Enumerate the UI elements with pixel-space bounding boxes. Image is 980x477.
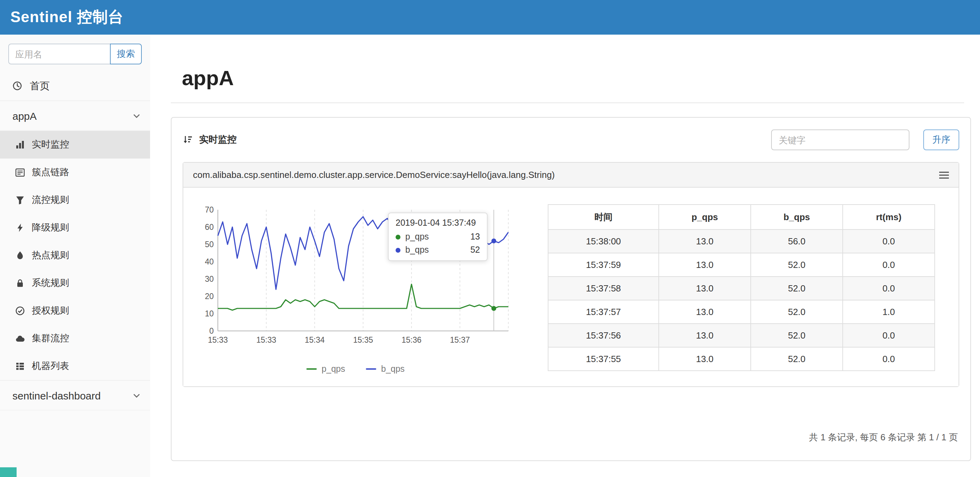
sidebar-item-system-rules[interactable]: 系统规则 <box>0 269 150 297</box>
sidebar-item-machine-list[interactable]: 机器列表 <box>0 353 150 380</box>
list-panel-icon <box>15 168 25 177</box>
sidebar: 搜索 首页 appA 实时监控 <box>0 35 150 477</box>
table-cell: 52.0 <box>751 277 843 300</box>
table-cell: 13.0 <box>659 300 751 324</box>
sidebar-item-label: 机器列表 <box>32 360 69 372</box>
table-cell: 15:37:58 <box>548 277 659 300</box>
svg-text:15:33: 15:33 <box>256 335 276 345</box>
pagination-summary: 共 1 条记录, 每页 6 条记录 第 1 / 1 页 <box>809 431 958 444</box>
legend-label: p_qps <box>321 364 345 374</box>
tooltip-series-value: 52 <box>470 245 480 255</box>
table-row: 15:37:58 13.0 52.0 0.0 <box>548 277 935 300</box>
sidebar-item-flow-rules[interactable]: 流控规则 <box>0 186 150 214</box>
sidebar-group-appA[interactable]: appA <box>0 101 150 131</box>
table-cell: 52.0 <box>751 347 843 371</box>
chevron-down-icon <box>133 113 140 118</box>
chart-legend: p_qps b_qps <box>194 364 517 374</box>
svg-text:15:35: 15:35 <box>353 335 373 345</box>
b-qps-legend-line-icon <box>366 368 376 370</box>
tooltip-series-label: p_qps <box>405 232 429 242</box>
sidebar-item-label: 授权规则 <box>32 305 69 317</box>
table-cell: 0.0 <box>843 253 935 277</box>
svg-text:20: 20 <box>205 292 214 301</box>
sidebar-item-home[interactable]: 首页 <box>0 71 150 101</box>
sidebar-menu: 首页 appA 实时监控 簇点链 <box>0 71 150 410</box>
svg-text:10: 10 <box>205 309 214 318</box>
svg-text:50: 50 <box>205 240 214 249</box>
keyword-input[interactable] <box>771 129 910 150</box>
tooltip-series-label: b_qps <box>405 245 429 255</box>
metrics-table: 时间 p_qps b_qps rt(ms) 15:38:00 13.0 56.0 <box>548 204 935 371</box>
svg-text:40: 40 <box>205 257 214 266</box>
table-cell: 52.0 <box>751 253 843 277</box>
search-button[interactable]: 搜索 <box>110 44 142 64</box>
table-cell: 1.0 <box>843 300 935 324</box>
table-cell: 56.0 <box>751 230 843 253</box>
realtime-monitor-panel: 实时监控 升序 com.alibaba.csp.sentinel.demo.cl… <box>171 117 971 461</box>
sidebar-group-sentinel-dashboard[interactable]: sentinel-dashboard <box>0 380 150 410</box>
sort-ascending-button[interactable]: 升序 <box>923 129 959 150</box>
tooltip-timestamp: 2019-01-04 15:37:49 <box>396 218 480 228</box>
page-title: appA <box>182 67 971 90</box>
sidebar-item-cluster-link[interactable]: 簇点链路 <box>0 158 150 186</box>
resource-name: com.alibaba.csp.sentinel.demo.cluster.ap… <box>193 170 555 180</box>
resource-card-body: 01020304050607015:3315:3315:3415:3515:36… <box>183 188 959 386</box>
table-row: 15:37:59 13.0 52.0 0.0 <box>548 253 935 277</box>
sidebar-item-label: 流控规则 <box>32 194 69 206</box>
table-cell: 15:37:57 <box>548 300 659 324</box>
main-content: appA 实时监控 升序 com.alibaba.csp.sentinel.de… <box>150 35 980 477</box>
lock-icon <box>15 278 25 288</box>
table-cell: 15:37:55 <box>548 347 659 371</box>
sidebar-item-realtime-monitor[interactable]: 实时监控 <box>0 131 150 158</box>
sidebar-item-degrade-rules[interactable]: 降级规则 <box>0 214 150 242</box>
table-cell: 13.0 <box>659 230 751 253</box>
svg-text:15:34: 15:34 <box>305 335 325 345</box>
resource-card-header: com.alibaba.csp.sentinel.demo.cluster.ap… <box>183 163 959 188</box>
bar-chart-icon <box>15 140 25 150</box>
p-qps-dot-icon <box>396 235 401 239</box>
filter-icon <box>15 195 25 205</box>
app-search-input[interactable] <box>8 44 110 64</box>
qps-chart[interactable]: 01020304050607015:3315:3315:3415:3515:36… <box>194 204 517 374</box>
table-row: 15:37:56 13.0 52.0 0.0 <box>548 324 935 347</box>
table-row: 15:37:57 13.0 52.0 1.0 <box>548 300 935 324</box>
sidebar-item-label: 系统规则 <box>32 277 69 289</box>
sidebar-item-authority-rules[interactable]: 授权规则 <box>0 297 150 325</box>
table-cell: 15:37:56 <box>548 324 659 347</box>
sidebar-item-label: 簇点链路 <box>32 166 69 179</box>
sort-amount-icon <box>183 135 193 145</box>
lightning-bolt-icon <box>15 223 25 233</box>
menu-hamburger-icon[interactable] <box>939 170 949 180</box>
svg-text:15:33: 15:33 <box>208 335 228 345</box>
cloud-icon <box>15 334 25 343</box>
tooltip-row-p-qps: p_qps 13 <box>396 232 480 242</box>
tooltip-row-b-qps: b_qps 52 <box>396 245 480 255</box>
table-cell: 15:37:59 <box>548 253 659 277</box>
sidebar-item-hotspot-rules[interactable]: 热点规则 <box>0 242 150 269</box>
app-title: Sentinel 控制台 <box>10 7 123 28</box>
table-cell: 0.0 <box>843 324 935 347</box>
legend-item-p-qps[interactable]: p_qps <box>306 364 345 374</box>
panel-toolbar: 实时监控 升序 <box>183 128 959 152</box>
title-divider <box>171 102 964 103</box>
svg-text:15:37: 15:37 <box>450 335 470 345</box>
sidebar-item-cluster-flow[interactable]: 集群流控 <box>0 325 150 353</box>
teal-corner-artifact <box>0 467 17 477</box>
check-circle-icon <box>15 306 25 316</box>
svg-text:60: 60 <box>205 223 214 231</box>
table-cell: 15:38:00 <box>548 230 659 253</box>
legend-label: b_qps <box>381 364 404 374</box>
chevron-down-icon <box>133 393 140 398</box>
sidebar-item-label: 热点规则 <box>32 249 69 262</box>
tooltip-series-value: 13 <box>470 232 480 242</box>
svg-text:0: 0 <box>209 326 214 335</box>
table-cell: 13.0 <box>659 324 751 347</box>
top-navbar: Sentinel 控制台 <box>0 0 980 35</box>
chart-tooltip: 2019-01-04 15:37:49 p_qps 13 b_qps 52 <box>388 212 488 261</box>
b-qps-dot-icon <box>396 247 401 252</box>
svg-text:30: 30 <box>205 274 214 284</box>
legend-item-b-qps[interactable]: b_qps <box>366 364 404 374</box>
group-label: appA <box>13 110 37 121</box>
p-qps-legend-line-icon <box>306 368 317 370</box>
table-cell: 52.0 <box>751 300 843 324</box>
